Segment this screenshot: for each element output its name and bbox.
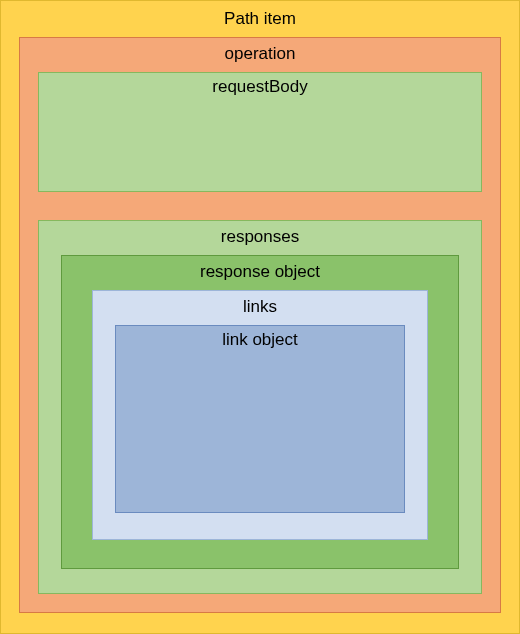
request-body-box: requestBody	[38, 72, 482, 192]
link-object-label: link object	[116, 326, 404, 358]
operation-label: operation	[38, 40, 482, 72]
path-item-label: Path item	[19, 5, 501, 37]
responses-box: responses response object links link obj…	[38, 220, 482, 594]
responses-label: responses	[61, 223, 459, 255]
link-object-box: link object	[115, 325, 405, 513]
links-label: links	[115, 293, 405, 325]
response-object-label: response object	[92, 258, 428, 290]
request-body-label: requestBody	[39, 73, 481, 105]
operation-box: operation requestBody responses response…	[19, 37, 501, 613]
response-object-box: response object links link object	[61, 255, 459, 569]
path-item-box: Path item operation requestBody response…	[0, 0, 520, 634]
links-box: links link object	[92, 290, 428, 540]
